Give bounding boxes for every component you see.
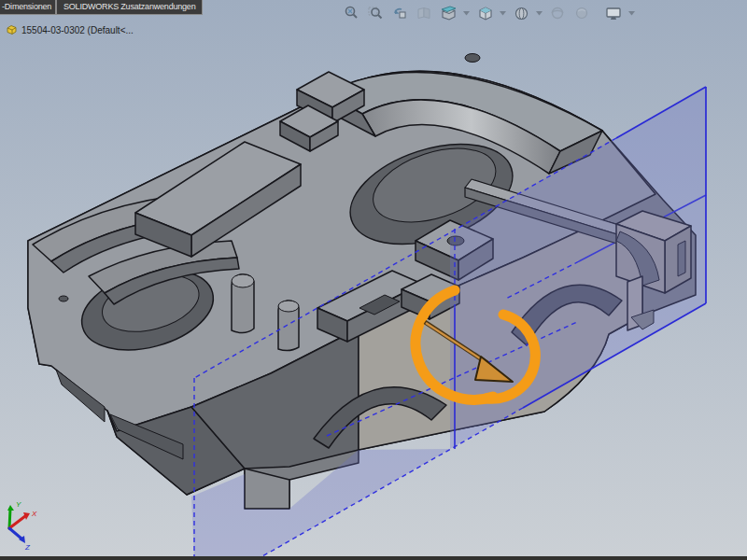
part-icon <box>6 24 18 35</box>
view-settings-caret[interactable] <box>628 4 635 22</box>
document-tab-dimensions[interactable]: -Dimensionen <box>0 0 56 15</box>
feature-tree-root-label[interactable]: 15504-03-0302 (Default<... <box>21 25 134 35</box>
document-tab-addins[interactable]: SOLIDWORKS Zusatzanwendungen <box>56 0 203 15</box>
section-view-icon[interactable] <box>439 4 458 22</box>
zoom-to-fit-icon[interactable] <box>342 4 360 22</box>
pillar-2-cap <box>278 301 299 312</box>
window-bottom-edge <box>0 556 747 560</box>
display-style-icon[interactable] <box>512 4 530 22</box>
pillar-1-cap <box>232 274 254 287</box>
heads-up-toolbar <box>342 4 635 22</box>
document-tabbar: -Dimensionen SOLIDWORKS Zusatzanwendunge… <box>0 0 203 15</box>
triad-x-label: X <box>31 510 37 518</box>
view-settings-icon[interactable] <box>604 4 623 22</box>
previous-view-icon[interactable] <box>390 4 409 22</box>
feature-tree-root[interactable]: 15504-03-0302 (Default<... <box>6 24 134 35</box>
hide-show-items-icon <box>548 4 567 22</box>
graphics-viewport[interactable]: Y X Z <box>0 0 747 560</box>
section-view-caret[interactable] <box>463 4 470 22</box>
solidworks-window: Y X Z -Dimensionen SOLIDWORKS Zusatzanwe… <box>0 0 747 560</box>
small-hole <box>59 296 68 301</box>
zoom-to-area-icon[interactable] <box>366 4 385 22</box>
boss-hole <box>465 54 480 63</box>
triad-y-label: Y <box>16 500 21 509</box>
dynamic-annotation-views-icon <box>415 4 433 22</box>
display-style-caret[interactable] <box>536 4 543 22</box>
edit-appearance-icon <box>572 4 591 22</box>
view-orientation-icon[interactable] <box>475 4 494 22</box>
view-orientation-caret[interactable] <box>500 4 506 22</box>
